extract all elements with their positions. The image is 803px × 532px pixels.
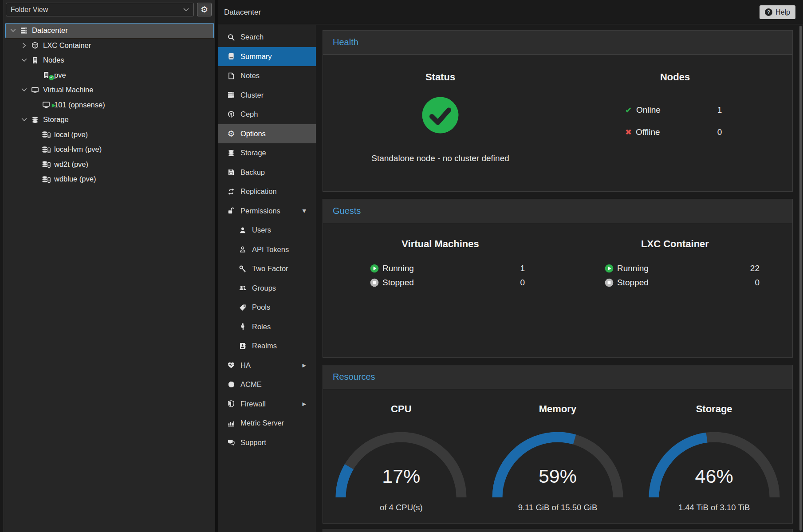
guest-row-label: Stopped	[617, 278, 649, 288]
nav-item-label: Summary	[240, 52, 272, 61]
check-circle-icon	[421, 96, 459, 134]
nav-item-storage[interactable]: Storage	[218, 143, 316, 163]
tree-item-lxc-container[interactable]: LXC Container	[5, 38, 214, 53]
ceph-icon	[225, 111, 237, 118]
tree-item-label: Datacenter	[32, 26, 68, 35]
gauge-percent: 46%	[648, 465, 781, 487]
nav-item-summary[interactable]: Summary	[218, 47, 316, 67]
nav-item-api-tokens[interactable]: API Tokens	[218, 240, 316, 260]
nav-item-label: Two Factor	[252, 264, 288, 273]
help-button-label: Help	[775, 8, 790, 16]
health-panel-title: Health	[333, 37, 358, 47]
tree-item-label: Nodes	[43, 56, 64, 64]
resource-tree: DatacenterLXC ContainerNodes✔pveVirtual …	[4, 23, 215, 187]
node-status-label: Offline	[636, 127, 660, 137]
nav-item-cluster[interactable]: Cluster	[218, 86, 316, 105]
expander-chevron-icon[interactable]	[19, 117, 29, 122]
tree-item-pve[interactable]: ✔pve	[5, 68, 214, 83]
nav-item-notes[interactable]: Notes	[218, 66, 316, 86]
tree-item-label: local-lvm (pve)	[54, 145, 102, 154]
expander-chevron-icon[interactable]	[8, 28, 18, 33]
nav-item-metric-server[interactable]: Metric Server	[218, 414, 316, 433]
nav-item-realms[interactable]: Realms	[218, 336, 316, 356]
play-circle-icon	[370, 264, 379, 273]
tree-item-storage[interactable]: Storage	[5, 112, 214, 127]
nav-item-acme[interactable]: ACME	[218, 375, 316, 394]
expander-chevron-icon[interactable]	[19, 57, 29, 63]
tree-settings-button[interactable]: ⚙	[197, 3, 212, 16]
nav-item-groups[interactable]: Groups	[218, 279, 316, 298]
tree-item-datacenter[interactable]: Datacenter	[5, 23, 214, 38]
stop-circle-icon	[370, 278, 379, 287]
heartbeat-icon	[225, 362, 237, 369]
user-o-icon	[237, 246, 248, 253]
comments-icon	[225, 439, 237, 446]
db-icon	[225, 150, 237, 157]
nav-item-support[interactable]: Support	[218, 433, 316, 453]
tree-item-wd2t-pve[interactable]: wd2t (pve)	[5, 157, 214, 172]
book-icon	[225, 53, 237, 60]
nav-item-roles[interactable]: Roles	[218, 317, 316, 337]
resource-gauge-storage: Storage 46% 1.44 TiB of 3.10 TiB	[636, 389, 792, 512]
nav-item-search[interactable]: Search	[218, 28, 316, 47]
nav-item-label: Support	[240, 438, 266, 447]
tree-item-nodes[interactable]: Nodes	[5, 53, 214, 68]
tree-item-wdblue-pve[interactable]: wdblue (pve)	[5, 172, 214, 187]
nodes-header: Nodes	[558, 71, 792, 83]
stop-circle-icon	[605, 278, 614, 287]
nav-item-label: Permissions	[240, 207, 280, 215]
scrollbar[interactable]	[799, 26, 802, 531]
nav-item-label: Pools	[252, 303, 270, 311]
tree-item-virtual-machine[interactable]: Virtual Machine	[5, 83, 214, 98]
gauge-detail: of 4 CPU(s)	[323, 503, 480, 512]
guest-row-value: 1	[505, 264, 525, 273]
help-button[interactable]: ? Help	[760, 5, 795, 19]
nav-item-two-factor[interactable]: Two Factor	[218, 259, 316, 279]
node-status-row-online: ✔Online1	[558, 99, 792, 121]
replication-icon	[225, 188, 237, 195]
health-status-column: Status Standalone node - no cluster defi…	[323, 55, 558, 163]
nav-item-ceph[interactable]: Ceph	[218, 105, 316, 124]
view-mode-select[interactable]: Folder View	[6, 3, 194, 16]
tree-item-label: Virtual Machine	[43, 86, 93, 94]
gauge-arc: 46%	[648, 431, 781, 498]
guests-column-header: LXC Container	[558, 238, 792, 250]
question-circle-icon: ?	[765, 8, 772, 16]
cluster-status-message: Standalone node - no cluster defined	[323, 154, 558, 163]
panel-splitter[interactable]	[215, 0, 218, 532]
guest-row-value: 0	[740, 278, 760, 288]
male-icon	[237, 323, 248, 330]
resource-gauge-cpu: CPU 17% of 4 CPU(s)	[323, 389, 480, 512]
nav-item-options[interactable]: ⚙Options	[218, 124, 316, 144]
db-drive-icon	[40, 161, 52, 168]
node-status-rows: ✔Online1✖Offline0	[558, 99, 792, 143]
nav-item-ha[interactable]: HA▶	[218, 356, 316, 375]
users-icon	[237, 284, 248, 292]
nav-item-users[interactable]: Users	[218, 221, 316, 240]
nav-item-label: Firewall	[240, 400, 266, 408]
nav-item-replication[interactable]: Replication	[218, 182, 316, 201]
nav-item-backup[interactable]: Backup	[218, 163, 316, 182]
tree-item-local-pve[interactable]: local (pve)	[5, 127, 214, 142]
guests-column-header: Virtual Machines	[323, 238, 558, 250]
nav-item-pools[interactable]: Pools	[218, 298, 316, 317]
view-mode-value: Folder View	[11, 6, 48, 14]
health-panel-header: Health	[323, 31, 792, 55]
datacenter-nav-menu: SearchSummaryNotesClusterCeph⚙OptionsSto…	[218, 25, 316, 532]
tree-item-label: local (pve)	[54, 130, 88, 139]
nav-item-label: Users	[252, 226, 271, 234]
next-panel-sliver	[323, 529, 793, 532]
node-status-row-offline: ✖Offline0	[558, 121, 792, 143]
tree-item-101-opnsense[interactable]: ▶101 (opnsense)	[5, 98, 214, 113]
cross-icon: ✖	[625, 128, 632, 136]
expander-chevron-icon[interactable]	[19, 87, 29, 93]
nav-item-label: Metric Server	[240, 419, 284, 427]
nav-item-permissions[interactable]: Permissions▼	[218, 201, 316, 221]
nav-item-label: ACME	[240, 380, 262, 389]
guest-row-stopped: Stopped 0	[558, 276, 792, 290]
expander-chevron-icon[interactable]	[19, 43, 29, 48]
nav-item-firewall[interactable]: Firewall▶	[218, 394, 316, 414]
health-nodes-column: Nodes ✔Online1✖Offline0	[558, 55, 792, 163]
tree-item-local-lvm-pve[interactable]: local-lvm (pve)	[5, 142, 214, 157]
gauge-percent: 17%	[335, 465, 468, 487]
